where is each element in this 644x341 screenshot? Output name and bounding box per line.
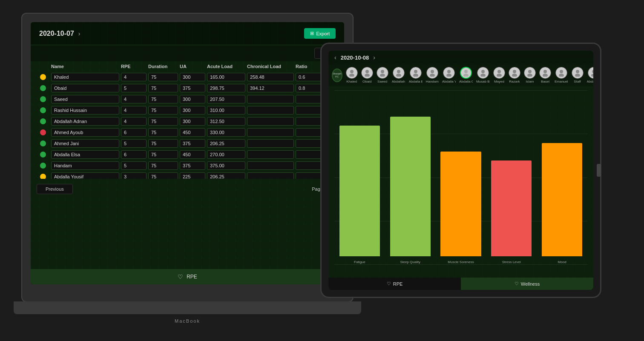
bar-label: Fatigue — [354, 260, 365, 264]
acute-load-field[interactable] — [207, 84, 245, 92]
table-row — [35, 127, 340, 138]
acute-load-field[interactable] — [207, 172, 245, 179]
rpe-field[interactable] — [121, 84, 147, 92]
ua-field[interactable] — [180, 150, 205, 159]
player-avatar[interactable]: Handam — [426, 67, 439, 83]
name-field[interactable] — [51, 73, 119, 81]
rpe-tab-label[interactable]: RPE — [187, 274, 197, 280]
duration-field[interactable] — [148, 95, 178, 103]
rpe-field[interactable] — [121, 161, 147, 170]
player-avatar[interactable]: Abdallah Adnan — [392, 67, 405, 83]
duration-field[interactable] — [148, 128, 178, 137]
rpe-field[interactable] — [121, 73, 147, 81]
chronical-load-field[interactable] — [247, 139, 294, 148]
duration-field[interactable] — [148, 84, 178, 92]
chronical-load-field[interactable] — [247, 84, 294, 92]
previous-button[interactable]: Previous — [37, 184, 73, 194]
name-field[interactable] — [51, 139, 119, 148]
bar-muscle-soreness: Muscle Soreness — [436, 90, 486, 265]
ua-field[interactable] — [180, 139, 205, 148]
export-button[interactable]: ⊞ Export — [304, 28, 336, 39]
name-field[interactable] — [51, 106, 119, 115]
name-field[interactable] — [51, 117, 119, 126]
player-avatar[interactable]: Emanuel — [555, 67, 568, 83]
rpe-field[interactable] — [121, 139, 147, 148]
rpe-field[interactable] — [121, 128, 147, 137]
team-logo[interactable]: Sharjah FC — [332, 69, 342, 82]
player-avatar[interactable]: Mayed — [493, 67, 505, 83]
col-acute: Acute Load — [207, 64, 245, 69]
heart-icon: ♡ — [387, 281, 391, 287]
name-field[interactable] — [51, 172, 119, 179]
chronical-load-field[interactable] — [247, 172, 294, 179]
acute-load-field[interactable] — [207, 117, 245, 126]
duration-field[interactable] — [148, 106, 178, 115]
player-avatar[interactable]: Staff — [572, 67, 584, 83]
ua-field[interactable] — [180, 73, 205, 81]
name-field[interactable] — [51, 161, 119, 170]
duration-field[interactable] — [148, 161, 178, 170]
ua-field[interactable] — [180, 106, 205, 115]
tab-wellness[interactable]: ♡ Wellness — [461, 278, 593, 290]
ua-field[interactable] — [180, 95, 205, 103]
acute-load-field[interactable] — [207, 73, 245, 81]
name-field[interactable] — [51, 128, 119, 137]
rpe-field[interactable] — [121, 106, 147, 115]
player-avatar[interactable]: Razark — [509, 67, 520, 83]
tab-rpe[interactable]: ♡ RPE — [328, 278, 461, 290]
chronical-load-field[interactable] — [247, 161, 294, 170]
chronical-load-field[interactable] — [247, 128, 294, 137]
wellness-chart: Fatigue Sleep Quality Muscle Soreness — [328, 86, 593, 278]
player-avatar[interactable]: Saeed — [377, 67, 388, 83]
player-name: Basel — [541, 80, 549, 83]
ipad-screen: ‹ 2020-10-08 › Sharjah FC — [328, 51, 593, 290]
acute-load-field[interactable] — [207, 128, 245, 137]
duration-field[interactable] — [148, 117, 178, 126]
player-avatar[interactable]: Musab Brahim — [476, 67, 490, 83]
player-avatar[interactable]: Khaled — [346, 67, 358, 83]
player-avatar[interactable]: Abdalla Alajil — [587, 67, 593, 83]
chronical-load-field[interactable] — [247, 106, 294, 115]
rpe-field[interactable] — [121, 95, 147, 103]
rpe-field[interactable] — [121, 150, 147, 159]
acute-load-field[interactable] — [207, 139, 245, 148]
ua-field[interactable] — [180, 84, 205, 92]
acute-load-field[interactable] — [207, 106, 245, 115]
chronical-load-field[interactable] — [247, 150, 294, 159]
ua-field[interactable] — [180, 128, 205, 137]
chronical-load-field[interactable] — [247, 117, 294, 126]
player-avatar-active[interactable]: Abdalla Omar — [459, 67, 473, 83]
name-field[interactable] — [51, 84, 119, 92]
player-avatar[interactable]: Obaid — [361, 67, 373, 83]
acute-load-field[interactable] — [207, 150, 245, 159]
player-avatar[interactable]: Islam — [524, 67, 536, 83]
svg-point-3 — [365, 74, 370, 77]
acute-load-field[interactable] — [207, 161, 245, 170]
duration-field[interactable] — [148, 73, 178, 81]
chronical-load-field[interactable] — [247, 95, 294, 103]
status-indicator — [40, 107, 46, 113]
duration-field[interactable] — [148, 150, 178, 159]
ua-field[interactable] — [180, 161, 205, 170]
duration-field[interactable] — [148, 139, 178, 148]
acute-load-field[interactable] — [207, 95, 245, 103]
next-date-arrow[interactable]: › — [78, 30, 80, 37]
player-name: Abdalla Yousif — [442, 80, 456, 83]
name-field[interactable] — [51, 150, 119, 159]
rpe-field[interactable] — [121, 172, 147, 179]
prev-date-arrow[interactable]: ‹ — [334, 54, 336, 61]
player-avatar[interactable]: Abdalla Elsa — [409, 67, 423, 83]
col-chronical: Chronical Load — [247, 64, 294, 69]
ua-field[interactable] — [180, 117, 205, 126]
svg-point-29 — [575, 74, 580, 77]
player-avatar[interactable]: Abdalla Yousif — [442, 67, 456, 83]
ua-field[interactable] — [180, 172, 205, 179]
name-field[interactable] — [51, 95, 119, 103]
rpe-field[interactable] — [121, 117, 147, 126]
next-date-arrow[interactable]: › — [373, 54, 375, 61]
duration-field[interactable] — [148, 172, 178, 179]
player-name: Abdalla Omar — [459, 80, 473, 83]
data-table: Name RPE Duration UA Acute Load Chronica… — [31, 61, 344, 179]
player-avatar[interactable]: Basel — [539, 67, 551, 83]
chronical-load-field[interactable] — [247, 73, 294, 81]
